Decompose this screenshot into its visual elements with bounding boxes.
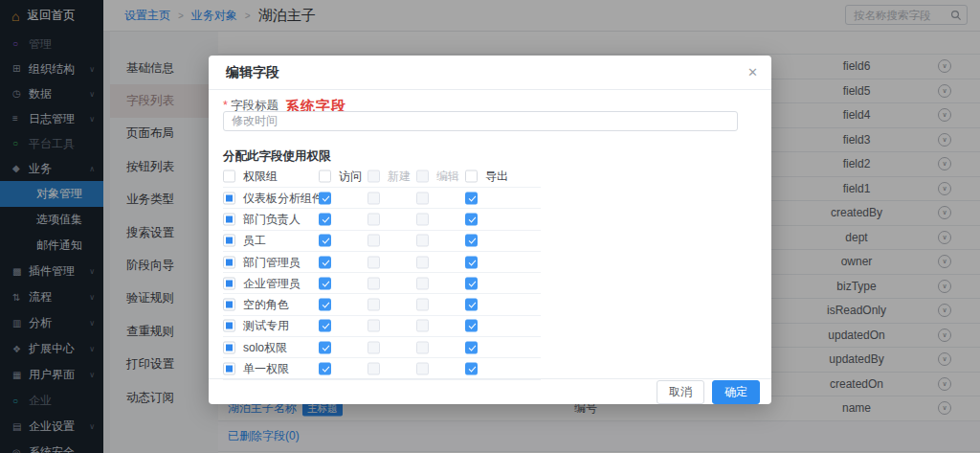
permission-row: 部门管理员 [223,252,541,273]
permission-group-label: 企业管理员 [243,275,301,291]
access-checkbox[interactable] [319,213,331,225]
permission-row: 空的角色 [223,294,541,315]
create-checkbox[interactable] [368,213,380,225]
group-checkbox[interactable] [223,213,235,225]
group-checkbox[interactable] [223,320,235,332]
access-checkbox[interactable] [319,256,331,268]
create-checkbox[interactable] [368,256,380,268]
permission-group-label: 部门管理员 [243,254,301,270]
select-all-create-checkbox[interactable] [368,170,380,182]
access-checkbox[interactable] [319,235,331,247]
permission-group-label: 仪表板分析组件 [243,190,323,206]
edit-checkbox[interactable] [416,192,429,204]
export-checkbox[interactable] [465,341,478,353]
permission-row: solo权限 [223,337,541,358]
column-label-export: 导出 [485,168,508,184]
edit-checkbox[interactable] [416,320,429,332]
access-checkbox[interactable] [319,363,331,375]
permission-group-label: 空的角色 [243,297,289,313]
permission-row: 单一权限 [223,358,541,379]
close-icon[interactable]: ✕ [747,65,758,79]
create-checkbox[interactable] [368,320,380,332]
create-checkbox[interactable] [368,235,380,247]
permissions-header-row: 权限组 访问 新建 编辑 导出 [223,166,541,186]
create-checkbox[interactable] [368,277,380,289]
export-checkbox[interactable] [465,213,478,225]
create-checkbox[interactable] [368,363,380,375]
access-checkbox[interactable] [319,277,331,289]
permission-row: 企业管理员 [223,273,541,294]
select-all-access-checkbox[interactable] [319,170,331,182]
edit-checkbox[interactable] [416,256,429,268]
access-checkbox[interactable] [319,341,331,353]
permission-row: 部门负责人 [223,209,541,230]
edit-checkbox[interactable] [416,277,429,289]
group-checkbox[interactable] [223,299,235,311]
permission-group-label: 员工 [243,233,266,249]
select-all-groups-checkbox[interactable] [223,170,235,182]
app-window: ⌂ 返回首页 ○ 管理 ⊞ 组织结构 ∨ ◷ 数据 ∨ ≡ 日志管理 ∨ [0,0,980,453]
export-checkbox[interactable] [465,192,478,204]
required-mark: * [223,99,228,112]
edit-checkbox[interactable] [416,299,429,311]
edit-checkbox[interactable] [416,235,429,247]
edit-checkbox[interactable] [416,213,429,225]
cancel-button[interactable]: 取消 [657,380,704,404]
modal-footer: 取消 确定 [209,378,771,404]
create-checkbox[interactable] [368,299,380,311]
group-checkbox[interactable] [223,363,235,375]
access-checkbox[interactable] [319,320,331,332]
modal-title: 编辑字段 [226,64,279,81]
select-all-edit-checkbox[interactable] [416,170,429,182]
permissions-rows: 仪表板分析组件 部门负责人 员工 [223,187,541,380]
group-checkbox[interactable] [223,341,235,353]
export-checkbox[interactable] [465,299,478,311]
export-checkbox[interactable] [465,256,478,268]
field-title-input[interactable] [223,111,738,131]
permission-row: 员工 [223,231,541,252]
select-all-export-checkbox[interactable] [465,170,478,182]
modal-header: 编辑字段 ✕ [209,56,771,90]
column-label-create: 新建 [388,168,411,184]
create-checkbox[interactable] [368,341,380,353]
permission-row: 测试专用 [223,316,541,337]
permission-row: 仪表板分析组件 [223,188,541,209]
edit-checkbox[interactable] [416,363,429,375]
export-checkbox[interactable] [465,363,478,375]
permission-group-label: 部门负责人 [243,211,301,227]
column-label-access: 访问 [339,168,362,184]
permissions-section-title: 分配此字段使用权限 [223,148,331,165]
permission-group-label: 单一权限 [243,361,289,377]
create-checkbox[interactable] [368,192,380,204]
group-checkbox[interactable] [223,235,235,247]
export-checkbox[interactable] [465,235,478,247]
permission-group-label: solo权限 [243,339,287,355]
edit-checkbox[interactable] [416,341,429,353]
ok-button[interactable]: 确定 [712,380,760,404]
permission-group-label: 测试专用 [243,318,289,334]
export-checkbox[interactable] [465,277,478,289]
column-label-group: 权限组 [243,168,278,184]
group-checkbox[interactable] [223,256,235,268]
group-checkbox[interactable] [223,277,235,289]
column-label-edit: 编辑 [436,168,459,184]
access-checkbox[interactable] [319,299,331,311]
edit-field-modal: 编辑字段 ✕ *字段标题 系统字段 分配此字段使用权限 权限组 访问 新建 编辑… [209,56,771,404]
access-checkbox[interactable] [319,192,331,204]
group-checkbox[interactable] [223,192,235,204]
export-checkbox[interactable] [465,320,478,332]
